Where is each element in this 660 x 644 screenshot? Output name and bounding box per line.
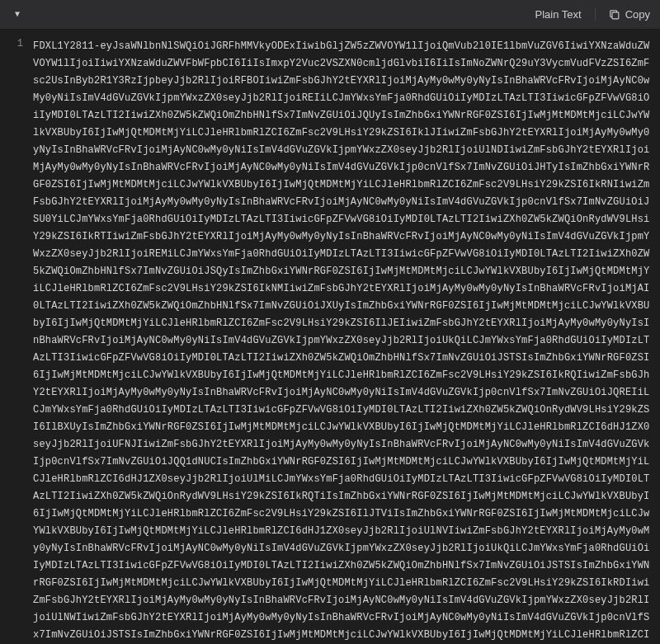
copy-label: Copy <box>625 8 650 21</box>
toolbar-left: ▼ <box>10 7 25 22</box>
line-gutter: 1 <box>0 30 33 644</box>
code-content[interactable]: FDXL1Y2811-eyJsaWNlbnNlSWQiOiJGRFhMMVkyO… <box>33 30 660 644</box>
chevron-down-icon[interactable]: ▼ <box>10 7 25 22</box>
language-label[interactable]: Plain Text <box>535 8 582 21</box>
toolbar-right: Plain Text Copy <box>535 8 651 21</box>
copy-icon <box>609 9 620 21</box>
svg-rect-0 <box>612 12 619 18</box>
copy-button[interactable]: Copy <box>595 8 650 21</box>
code-area: 1 FDXL1Y2811-eyJsaWNlbnNlSWQiOiJGRFhMMVk… <box>0 30 660 644</box>
line-number: 1 <box>0 38 23 49</box>
editor-toolbar: ▼ Plain Text Copy <box>0 0 660 30</box>
